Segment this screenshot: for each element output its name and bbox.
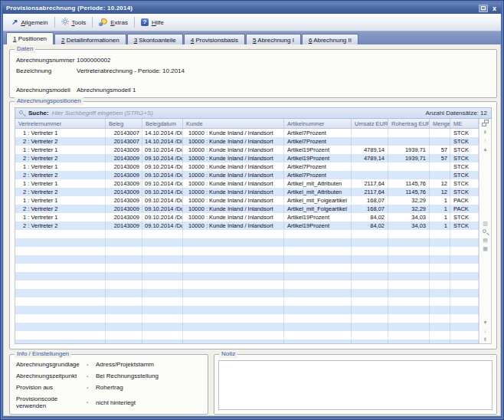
- cell-kunde[interactable]: 10000 : Kunde Inland / Inlandsort: [183, 213, 284, 221]
- cell-kunde[interactable]: [183, 331, 284, 340]
- cell-me[interactable]: STCK: [450, 162, 479, 171]
- cell-vertreternummer[interactable]: [15, 255, 106, 264]
- cell-artikelnummer[interactable]: [284, 230, 352, 238]
- cell-kunde[interactable]: 10000 : Kunde Inland / Inlandsort: [183, 146, 284, 154]
- cell-me[interactable]: [450, 314, 479, 323]
- cell-beleg[interactable]: [106, 331, 142, 340]
- cell-artikelnummer[interactable]: [284, 297, 352, 306]
- cell-me[interactable]: STCK: [450, 171, 479, 179]
- cell-artikelnummer[interactable]: [284, 340, 352, 343]
- cell-menge[interactable]: [430, 314, 450, 323]
- cell-belegdatum[interactable]: [142, 230, 183, 238]
- cell-vertreternummer[interactable]: [15, 314, 106, 323]
- cell-umsatz[interactable]: 168,07: [352, 205, 388, 213]
- cell-beleg[interactable]: [106, 323, 142, 331]
- cell-menge[interactable]: [430, 331, 450, 340]
- cell-artikelnummer[interactable]: Artikel7Prozent: [284, 171, 352, 179]
- cell-umsatz[interactable]: 2117,64: [352, 188, 388, 196]
- scroll-to-bottom-icon[interactable]: ⇟: [483, 336, 488, 343]
- cell-umsatz[interactable]: [352, 162, 388, 171]
- cell-umsatz[interactable]: [352, 297, 388, 306]
- table-row[interactable]: 1 : Vertreter 1 20143009 09.10.2014 /Do …: [15, 179, 479, 188]
- cell-menge[interactable]: [430, 272, 450, 281]
- cell-kunde[interactable]: 10000 : Kunde Inland / Inlandsort: [183, 171, 284, 179]
- cell-beleg[interactable]: [106, 306, 142, 314]
- cell-me[interactable]: [450, 323, 479, 331]
- cell-rohertrag[interactable]: 1145,76: [388, 188, 430, 196]
- cell-rohertrag[interactable]: [388, 129, 430, 137]
- cell-me[interactable]: STCK: [450, 137, 479, 146]
- cell-beleg[interactable]: [106, 264, 142, 272]
- cell-artikelnummer[interactable]: Artikel_mit_Attributen: [284, 188, 352, 196]
- cell-kunde[interactable]: [183, 323, 284, 331]
- table-row[interactable]: 2 : Vertreter 2 20143009 09.10.2014 /Do …: [15, 205, 479, 213]
- cell-rohertrag[interactable]: 32,29: [388, 196, 430, 205]
- tab-positionen[interactable]: 1 Positionen: [6, 32, 54, 44]
- menu-extras[interactable]: Extras: [93, 17, 133, 28]
- table-row[interactable]: 2 : Vertreter 2 20143009 09.10.2014 /Do …: [15, 188, 479, 196]
- cell-me[interactable]: [450, 238, 479, 247]
- cell-rohertrag[interactable]: [388, 281, 430, 289]
- scroll-to-top-icon[interactable]: ⇞: [483, 130, 488, 136]
- cell-kunde[interactable]: [183, 297, 284, 306]
- cell-belegdatum[interactable]: [142, 340, 183, 343]
- cell-vertreternummer[interactable]: [15, 331, 106, 340]
- cell-vertreternummer[interactable]: [15, 340, 106, 343]
- cell-me[interactable]: [450, 306, 479, 314]
- cell-artikelnummer[interactable]: Artikel19Prozent: [284, 146, 352, 154]
- cell-umsatz[interactable]: [352, 255, 388, 264]
- filter-icon[interactable]: ▦: [483, 246, 488, 252]
- cell-belegdatum[interactable]: 09.10.2014 /Do: [142, 154, 183, 162]
- cell-umsatz[interactable]: [352, 306, 388, 314]
- search-input[interactable]: Hier Suchbegriff eingeben (STRG+S): [52, 110, 423, 116]
- cell-me[interactable]: STCK: [450, 188, 479, 196]
- cell-belegdatum[interactable]: [142, 281, 183, 289]
- cell-artikelnummer[interactable]: [284, 323, 352, 331]
- cell-me[interactable]: [450, 289, 479, 297]
- cell-artikelnummer[interactable]: Artikel19Prozent: [284, 154, 352, 162]
- table-row[interactable]: 2 : Vertreter 2 20143009 09.10.2014 /Do …: [15, 154, 479, 162]
- cell-menge[interactable]: 1: [430, 221, 450, 230]
- cell-artikelnummer[interactable]: Artikel19Prozent: [284, 213, 352, 221]
- header-artikelnummer[interactable]: Artikelnummer: [284, 119, 352, 128]
- cell-belegdatum[interactable]: 09.10.2014 /Do: [142, 146, 183, 154]
- cell-beleg[interactable]: [106, 314, 142, 323]
- cell-vertreternummer[interactable]: 1 : Vertreter 1: [15, 196, 106, 205]
- cell-kunde[interactable]: [183, 289, 284, 297]
- cell-rohertrag[interactable]: [388, 230, 430, 238]
- cell-beleg[interactable]: 20143009: [106, 179, 142, 188]
- cell-me[interactable]: [450, 281, 479, 289]
- cell-umsatz[interactable]: 84,02: [352, 221, 388, 230]
- table-row[interactable]: 1 : Vertreter 1 20143009 09.10.2014 /Do …: [15, 162, 479, 171]
- cell-beleg[interactable]: 20143007: [106, 129, 142, 137]
- close-button[interactable]: x: [491, 5, 498, 12]
- cell-vertreternummer[interactable]: 2 : Vertreter 2: [15, 171, 106, 179]
- header-kunde[interactable]: Kunde: [183, 119, 284, 128]
- cell-vertreternummer[interactable]: [15, 306, 106, 314]
- cell-kunde[interactable]: 10000 : Kunde Inland / Inlandsort: [183, 179, 284, 188]
- cell-kunde[interactable]: [183, 238, 284, 247]
- header-beleg[interactable]: Beleg: [106, 119, 142, 128]
- cell-beleg[interactable]: 20143009: [106, 205, 142, 213]
- cell-me[interactable]: [450, 247, 479, 255]
- cell-kunde[interactable]: 10000 : Kunde Inland / Inlandsort: [183, 205, 284, 213]
- cell-menge[interactable]: [430, 247, 450, 255]
- cell-kunde[interactable]: 10000 : Kunde Inland / Inlandsort: [183, 221, 284, 230]
- cell-menge[interactable]: 12: [430, 188, 450, 196]
- cell-kunde[interactable]: [183, 230, 284, 238]
- cell-beleg[interactable]: [106, 230, 142, 238]
- cell-artikelnummer[interactable]: [284, 289, 352, 297]
- tab-detailinformationen[interactable]: 2 Detailinformationen: [54, 34, 126, 44]
- cell-artikelnummer[interactable]: Artikel19Prozent: [284, 221, 352, 230]
- cell-artikelnummer[interactable]: [284, 306, 352, 314]
- list-view-icon[interactable]: ▤: [483, 238, 488, 244]
- table-row[interactable]: 1 : Vertreter 1 20143007 14.10.2014 /Di …: [15, 129, 479, 137]
- cell-umsatz[interactable]: [352, 129, 388, 137]
- cell-umsatz[interactable]: [352, 272, 388, 281]
- cell-kunde[interactable]: [183, 264, 284, 272]
- cell-kunde[interactable]: [183, 306, 284, 314]
- cell-kunde[interactable]: 10000 : Kunde Inland / Inlandsort: [183, 129, 284, 137]
- cell-beleg[interactable]: [106, 289, 142, 297]
- cell-artikelnummer[interactable]: Artikel7Prozent: [284, 129, 352, 137]
- cell-beleg[interactable]: [106, 255, 142, 264]
